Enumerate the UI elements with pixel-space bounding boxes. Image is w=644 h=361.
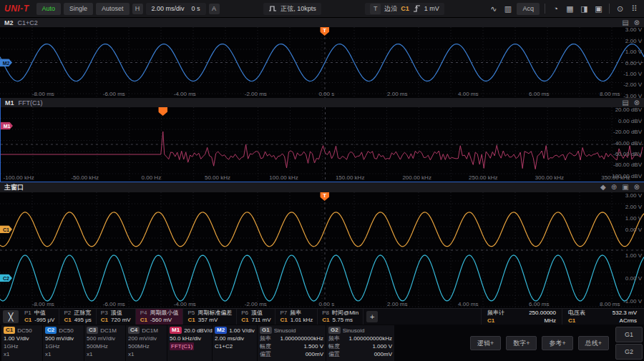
frequency-counter[interactable]: 频率计250.00000 C1MHz (481, 309, 562, 325)
measurement-bar: ╳ P1中值 C1-995 μV P2正脉宽 C1495 μs P3顶值 C17… (0, 308, 644, 325)
measurement-id: P6 (241, 310, 248, 316)
panel-fft-header[interactable]: M1 FFT(C1) ▤ ⊗ (1, 98, 644, 107)
measurement-item-p7[interactable]: P7频率 C11.01 kHz (275, 309, 318, 325)
channel-badge: C2 (45, 327, 57, 334)
add-source-buttons: 逻辑+ 数字+ 参考+ 总线+ (470, 325, 615, 361)
g1-button[interactable]: G1 (615, 327, 643, 342)
voltmeter-label: 电压表 (568, 310, 585, 317)
horizontal-offset-value: 0 s (192, 5, 200, 12)
digital-add-button[interactable]: 数字+ (506, 336, 537, 350)
math-wave-icon[interactable]: ∿ (488, 4, 499, 14)
bus-add-button[interactable]: 总线+ (578, 336, 609, 350)
probe-label: x1 (4, 350, 40, 358)
trigger-settings[interactable]: T 边沿 C1 1 mV (365, 3, 444, 15)
measurement-name: 顶值 (251, 310, 263, 316)
channel-block-c2[interactable]: C2DC50 500 mV/div 1GHz x1 (43, 325, 84, 361)
run-mode-button[interactable]: Auto (36, 3, 62, 15)
timebase-display[interactable]: 2.00 ms/div 0 s (146, 3, 206, 15)
math-block-m1[interactable]: M120.0 dBV/div 50.0 kHz/div FFT(C1) (167, 325, 212, 361)
rising-edge-icon (413, 4, 421, 13)
panel-main-window-icon[interactable]: ▣ (622, 184, 628, 191)
measure-menu-button[interactable]: ╳ (3, 310, 19, 323)
add-measurement-button[interactable]: + (366, 311, 378, 322)
status-ring-icon[interactable]: ⊙ (615, 4, 625, 14)
voltmeter-unit: ACrms (620, 317, 637, 325)
measurement-value: 5.75 ms (333, 317, 353, 323)
waveform-area-m2[interactable]: T M2 3.00 V2.00 V1.00 V0.00 V-1.00 V-2.0… (0, 27, 644, 98)
counter-icon[interactable]: ◔ (550, 4, 561, 13)
pulse-icon (268, 4, 277, 13)
probe-label: x1 (87, 350, 123, 358)
channel-block-c3[interactable]: C3DC1M 500 mV/div 500MHz x1 (84, 325, 125, 361)
measurement-value: 1.01 kHz (291, 317, 313, 323)
channel-badge: C3 (87, 327, 98, 334)
generator-amplitude-label: 幅度 (328, 342, 340, 350)
generator-amplitude-label: 幅度 (260, 342, 271, 350)
measurement-name: 正脉宽 (74, 310, 91, 316)
panel-m2-close-icon[interactable]: ⊗ (634, 19, 640, 26)
acquisition-info[interactable]: 正弦, 10kpts (263, 3, 321, 15)
channel-block-c1[interactable]: C1DC50 1.00 V/div 1GHz x1 (1, 325, 42, 361)
m1-marker-label: M1 (4, 124, 11, 129)
g2-button[interactable]: G2 (615, 344, 643, 360)
measurement-item-p5[interactable]: P5周期标准偏差 C1357 mV (183, 309, 237, 325)
bandwidth-label: 500MHz (87, 342, 123, 350)
freq-counter-unit: MHz (545, 317, 556, 325)
bandwidth-label: 1GHz (4, 342, 40, 350)
oscilloscope-app: UNI-T Auto Single Autoset H 2.00 ms/div … (0, 0, 644, 361)
coupling-label: DC1M (142, 327, 158, 335)
single-button[interactable]: Single (64, 3, 93, 15)
generator-block-g1[interactable]: G1Sinusoid 频率1.000000000kHz 幅度1.500 V 偏置… (258, 325, 326, 361)
panel-fft-close-icon[interactable]: ⊗ (634, 99, 640, 107)
autoset-button[interactable]: Autoset (96, 3, 130, 15)
generator-frequency-label: 频率 (328, 335, 340, 342)
interpolation-icon[interactable]: ▥ (502, 4, 513, 14)
channel-badge: C4 (128, 327, 140, 334)
logic-add-button[interactable]: 逻辑+ (470, 336, 501, 350)
math-block-m2[interactable]: M21.00 V/div 2.00 ms/div C1+C2 (213, 325, 257, 361)
channel-block-c4[interactable]: C4DC1M 200 mV/div 500MHz x1 (126, 325, 167, 361)
acquire-button[interactable]: Acq (517, 3, 540, 15)
voltmeter[interactable]: 电压表532.3 mV C1ACrms (562, 309, 643, 325)
math-badge: M1 (170, 327, 182, 334)
m2-waveform-canvas (0, 27, 644, 98)
measurement-item-p3[interactable]: P3顶值 C1720 mV (97, 309, 136, 325)
measurement-item-p1[interactable]: P1中值 C1-995 μV (20, 309, 59, 325)
measurement-channel: C1 (24, 317, 31, 323)
generator-badge: G1 (260, 327, 272, 334)
panel-main-header[interactable]: 主窗口 ◆ ⊕ ▣ ⊗ (0, 182, 644, 192)
panel-m2-header[interactable]: M2 C1+C2 ▤ ⊗ (0, 18, 644, 27)
panel-fft-menu-icon[interactable]: ▤ (622, 99, 628, 107)
measurement-item-p8[interactable]: P8时间@Min C15.75 ms (318, 309, 364, 325)
apps-menu-icon[interactable]: ⠿ (629, 4, 640, 14)
generator-block-g2[interactable]: G2Sinusoid 频率1.000000000kHz 幅度1.000 V 偏置… (326, 325, 394, 361)
window-layout-icon[interactable]: ▣ (593, 4, 604, 14)
measurement-channel: C1 (280, 317, 287, 323)
panel-m2-menu-icon[interactable]: ▤ (622, 19, 628, 26)
uni-t-logo: UNI-T (4, 4, 29, 14)
measurement-value: 357 mV (198, 317, 218, 323)
fft-waveform-canvas (1, 107, 644, 182)
measurement-item-p6[interactable]: P6顶值 C1711 mV (237, 309, 275, 325)
trigger-marker-label: T (323, 192, 326, 201)
generator-offset-label: 偏置 (328, 350, 340, 358)
generator-wave-label: Sinusoid (274, 327, 296, 335)
reference-add-button[interactable]: 参考+ (542, 336, 572, 350)
math-function-label: FFT(C1) (170, 342, 194, 350)
measurement-item-p4[interactable]: P4周期最小值 C1-560 mV (136, 309, 184, 325)
measurement-channel: C1 (241, 317, 248, 323)
trigger-source-label: C1 (401, 5, 409, 12)
panel-m2-subtitle: C1+C2 (18, 19, 38, 26)
display-settings-icon[interactable]: ▦ (565, 4, 575, 14)
coupling-label: DC50 (17, 327, 31, 335)
waveform-area-main[interactable]: T C1 C2 3.00 V2.00 V1.00 V0.00 V 1.00 V0… (0, 192, 644, 308)
toolbar-divider (609, 4, 610, 14)
math-scale-label: 20.0 dBV/div (184, 327, 216, 335)
measurement-item-p2[interactable]: P2正脉宽 C1495 μs (59, 309, 96, 325)
waveform-area-fft[interactable]: M1 20.00 dBV0.00 dBV-20.00 dBV-40.00 dBV… (1, 107, 644, 182)
horizontal-badge: H (132, 4, 143, 14)
panel-main-pin-icon[interactable]: ◆ (600, 184, 606, 191)
panel-main-zoom-icon[interactable]: ⊕ (611, 184, 617, 191)
screenshot-icon[interactable]: ◨ (579, 4, 590, 14)
panel-main-close-icon[interactable]: ⊗ (634, 184, 640, 191)
